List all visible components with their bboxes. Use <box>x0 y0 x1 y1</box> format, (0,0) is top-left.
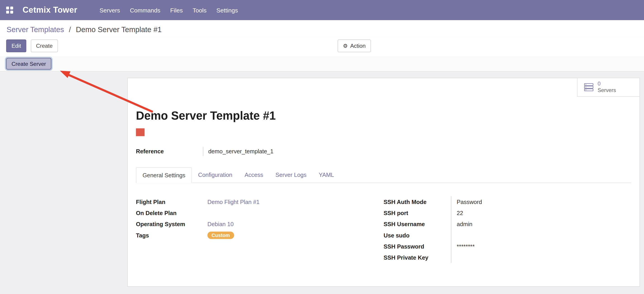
reference-value: demo_server_template_1 <box>203 147 274 156</box>
breadcrumb-separator: / <box>69 26 71 34</box>
left-field-group: Flight Plan On Delete Plan Operating Sys… <box>136 196 384 263</box>
menu-item-tools[interactable]: Tools <box>188 0 211 20</box>
field-value-ssh-auth-mode: Password <box>457 196 482 207</box>
menu-item-settings[interactable]: Settings <box>211 0 243 20</box>
page: Cetmix Tower Servers Commands Files Tool… <box>0 0 644 294</box>
main-menu: Servers Commands Files Tools Settings <box>94 0 243 20</box>
field-label-ssh-password: SSH Password <box>384 241 451 252</box>
control-panel: Edit Create ⚙ Action <box>0 37 644 56</box>
field-value-ssh-password: ******** <box>457 241 482 252</box>
breadcrumb-current: Demo Server Template #1 <box>76 26 162 34</box>
header-button-band: Create Server <box>0 56 644 71</box>
apps-grid-icon[interactable] <box>6 7 13 14</box>
field-label-flight-plan: Flight Plan <box>136 196 207 207</box>
right-field-group: SSH Auth Mode SSH port SSH Username Use … <box>384 196 631 263</box>
form-sheet: 0 Servers Demo Server Template #1 Refere… <box>127 78 640 287</box>
servers-stat-button[interactable]: 0 Servers <box>577 78 640 97</box>
create-server-button[interactable]: Create Server <box>6 58 51 69</box>
field-value-ssh-port: 22 <box>457 207 482 218</box>
field-label-ssh-private-key: SSH Private Key <box>384 252 451 263</box>
field-label-ssh-auth-mode: SSH Auth Mode <box>384 196 451 207</box>
content-area: 0 Servers Demo Server Template #1 Refere… <box>0 71 644 294</box>
action-button[interactable]: ⚙ Action <box>338 40 371 52</box>
color-swatch <box>136 128 144 136</box>
create-button[interactable]: Create <box>31 40 58 52</box>
field-value-use-sudo <box>457 230 482 241</box>
field-label-ssh-port: SSH port <box>384 207 451 218</box>
tab-server-logs[interactable]: Server Logs <box>270 167 313 183</box>
tab-yaml[interactable]: YAML <box>313 167 340 183</box>
breadcrumb: Server Templates / Demo Server Template … <box>0 20 644 37</box>
tag-badge: Custom <box>208 231 234 239</box>
reference-label: Reference <box>136 148 203 155</box>
field-value-operating-system[interactable]: Debian 10 <box>208 218 260 230</box>
field-label-use-sudo: Use sudo <box>384 230 451 241</box>
field-label-tags: Tags <box>136 230 207 241</box>
field-value-ssh-private-key <box>457 252 482 263</box>
field-value-ssh-username: admin <box>457 218 482 230</box>
tab-general-settings[interactable]: General Settings <box>136 167 192 183</box>
field-label-ssh-username: SSH Username <box>384 218 451 230</box>
servers-stack-icon <box>584 83 594 91</box>
gear-icon: ⚙ <box>343 43 348 49</box>
field-label-operating-system: Operating System <box>136 218 207 230</box>
servers-stat-text: 0 Servers <box>598 80 616 94</box>
brand-title[interactable]: Cetmix Tower <box>22 6 77 15</box>
menu-item-files[interactable]: Files <box>165 0 188 20</box>
record-title: Demo Server Template #1 <box>136 109 640 122</box>
field-value-flight-plan[interactable]: Demo Flight Plan #1 <box>208 196 260 207</box>
reference-field: Reference demo_server_template_1 <box>136 147 640 156</box>
field-value-tags: Custom <box>208 230 260 241</box>
field-groups: Flight Plan On Delete Plan Operating Sys… <box>136 196 631 263</box>
edit-button[interactable]: Edit <box>6 40 26 52</box>
field-label-on-delete-plan: On Delete Plan <box>136 207 207 218</box>
servers-stat-label: Servers <box>598 87 616 94</box>
menu-item-commands[interactable]: Commands <box>125 0 165 20</box>
tab-configuration[interactable]: Configuration <box>192 167 238 183</box>
notebook-tabs: General Settings Configuration Access Se… <box>136 167 631 183</box>
action-button-label: Action <box>350 43 366 49</box>
tab-access[interactable]: Access <box>238 167 270 183</box>
field-value-on-delete-plan <box>208 207 260 218</box>
servers-stat-value: 0 <box>598 80 616 87</box>
top-navbar: Cetmix Tower Servers Commands Files Tool… <box>0 0 644 20</box>
breadcrumb-parent-link[interactable]: Server Templates <box>6 26 64 34</box>
menu-item-servers[interactable]: Servers <box>94 0 125 20</box>
